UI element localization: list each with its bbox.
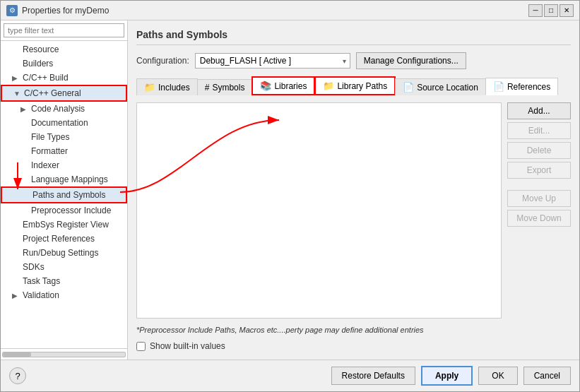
label-cpp-general: C/C++ General: [24, 88, 81, 98]
label-run-debug: Run/Debug Settings: [23, 248, 98, 258]
move-up-button[interactable]: Move Up: [507, 190, 571, 207]
manage-configurations-button[interactable]: Manage Configurations...: [356, 52, 466, 69]
tab-symbols[interactable]: # Symbols: [197, 79, 253, 95]
label-code-analysis: Code Analysis: [31, 104, 85, 114]
arrow-cpp-general: ▼: [13, 90, 22, 97]
checkbox-row: Show built-in values: [136, 341, 571, 351]
filter-input[interactable]: [4, 23, 124, 37]
tab-libraries-label: Libraries: [274, 81, 307, 91]
bottom-right-buttons: Restore Defaults Apply OK Cancel: [331, 366, 571, 386]
scroll-thumb: [3, 352, 31, 357]
sidebar-item-preprocessor[interactable]: Preprocessor Include: [1, 203, 127, 218]
window-title: Properties for myDemo: [22, 6, 524, 16]
config-row: Configuration: Debug_FLASH [ Active ] Ma…: [136, 52, 571, 69]
label-paths-symbols: Paths and Symbols: [32, 190, 105, 200]
label-documentation: Documentation: [31, 118, 88, 128]
sidebar-item-paths-symbols[interactable]: Paths and Symbols: [1, 186, 127, 203]
label-resource: Resource: [23, 44, 59, 54]
side-buttons: Add... Edit... Delete Export Move Up Mov…: [507, 102, 571, 319]
sidebar-item-embsys[interactable]: EmbSys Register View: [1, 218, 127, 232]
label-file-types: File Types: [31, 132, 69, 142]
label-embsys: EmbSys Register View: [23, 220, 109, 230]
close-button[interactable]: ✕: [560, 4, 574, 17]
sidebar-item-resource[interactable]: Resource: [1, 42, 127, 57]
filter-box: [1, 20, 127, 41]
delete-button[interactable]: Delete: [507, 142, 571, 159]
bottom-bar: ? Restore Defaults Apply OK Cancel: [1, 360, 579, 391]
tab-symbols-icon: #: [205, 83, 210, 93]
tab-library-paths[interactable]: 📁 Library Paths: [314, 76, 396, 95]
sidebar-item-code-analysis[interactable]: ▶ Code Analysis: [1, 102, 127, 116]
tab-references-label: References: [507, 82, 550, 92]
sidebar-item-file-types[interactable]: File Types: [1, 130, 127, 144]
label-project-refs: Project References: [23, 234, 95, 244]
sidebar-item-cpp-general[interactable]: ▼ C/C++ General: [1, 85, 127, 102]
tab-source-location-icon: 📄: [403, 82, 414, 93]
sidebar-item-task-tags[interactable]: Task Tags: [1, 274, 127, 288]
sidebar-item-run-debug[interactable]: Run/Debug Settings: [1, 246, 127, 260]
add-button[interactable]: Add...: [507, 102, 571, 119]
panel-title: Paths and Symbols: [136, 29, 571, 45]
sidebar: Resource Builders ▶ C/C++ Build: [1, 20, 128, 360]
sidebar-item-project-refs[interactable]: Project References: [1, 232, 127, 246]
apply-button[interactable]: Apply: [421, 366, 473, 386]
scroll-track: [2, 352, 126, 357]
arrow-cpp-build: ▶: [12, 74, 20, 82]
tab-libraries[interactable]: 📚 Libraries: [251, 76, 315, 95]
titlebar-controls: ─ □ ✕: [528, 4, 574, 17]
label-formatter: Formatter: [31, 146, 68, 156]
label-indexer: Indexer: [31, 160, 59, 170]
tab-references-icon: 📄: [493, 81, 504, 92]
label-validation: Validation: [23, 290, 59, 300]
tab-references[interactable]: 📄 References: [485, 78, 558, 95]
note-text: *Preprocessor Include Paths, Macros etc.…: [136, 326, 571, 334]
titlebar: ⚙ Properties for myDemo ─ □ ✕: [1, 1, 579, 20]
tab-symbols-label: Symbols: [212, 83, 244, 93]
list-panel: [136, 102, 502, 319]
maximize-button[interactable]: □: [544, 4, 558, 17]
tab-source-location[interactable]: 📄 Source Location: [395, 78, 486, 95]
cancel-button[interactable]: Cancel: [523, 367, 571, 385]
main-content: Resource Builders ▶ C/C++ Build: [1, 20, 579, 360]
tree: Resource Builders ▶ C/C++ Build: [1, 41, 127, 348]
sidebar-item-builders[interactable]: Builders: [1, 57, 127, 71]
tabs-row: 📁 Includes # Symbols 📚 Libraries 📁 Libra…: [136, 76, 571, 95]
ok-button[interactable]: OK: [478, 367, 517, 385]
sidebar-item-indexer[interactable]: Indexer: [1, 158, 127, 172]
tab-library-paths-icon: 📁: [323, 81, 334, 91]
show-builtin-label[interactable]: Show built-in values: [150, 341, 225, 351]
config-label: Configuration:: [136, 56, 189, 66]
right-panel: Paths and Symbols Configuration: Debug_F…: [128, 20, 579, 360]
config-select-wrap: Debug_FLASH [ Active ]: [195, 53, 350, 69]
tab-libraries-icon: 📚: [260, 81, 271, 91]
config-select[interactable]: Debug_FLASH [ Active ]: [195, 53, 350, 69]
window-icon: ⚙: [6, 5, 18, 16]
minimize-button[interactable]: ─: [528, 4, 543, 17]
sidebar-item-validation[interactable]: ▶ Validation: [1, 288, 127, 302]
sidebar-item-documentation[interactable]: Documentation: [1, 116, 127, 130]
sidebar-item-cpp-build[interactable]: ▶ C/C++ Build: [1, 71, 127, 85]
label-builders: Builders: [23, 59, 53, 69]
tab-includes[interactable]: 📁 Includes: [136, 78, 198, 95]
sidebar-item-formatter[interactable]: Formatter: [1, 144, 127, 158]
sidebar-item-sdks[interactable]: SDKs: [1, 260, 127, 274]
label-task-tags: Task Tags: [23, 276, 60, 286]
tab-includes-icon: 📁: [144, 82, 155, 93]
help-button[interactable]: ?: [9, 367, 26, 384]
label-lang-mappings: Language Mappings: [31, 174, 108, 184]
sidebar-scrollbar[interactable]: [1, 348, 127, 360]
tab-library-paths-label: Library Paths: [337, 81, 387, 91]
edit-button[interactable]: Edit...: [507, 122, 571, 139]
label-sdks: SDKs: [23, 262, 45, 272]
sidebar-item-language-mappings[interactable]: Language Mappings: [1, 172, 127, 186]
restore-defaults-button[interactable]: Restore Defaults: [331, 367, 415, 385]
export-button[interactable]: Export: [507, 162, 571, 179]
arrow-validation: ▶: [12, 292, 20, 299]
show-builtin-checkbox[interactable]: [136, 342, 146, 351]
label-cpp-build: C/C++ Build: [23, 73, 69, 83]
move-down-button[interactable]: Move Down: [507, 210, 571, 227]
arrow-code-analysis: ▶: [20, 105, 29, 113]
content-area: Add... Edit... Delete Export Move Up Mov…: [136, 102, 571, 319]
label-preprocessor: Preprocessor Include: [31, 206, 111, 215]
tab-includes-label: Includes: [158, 83, 190, 93]
